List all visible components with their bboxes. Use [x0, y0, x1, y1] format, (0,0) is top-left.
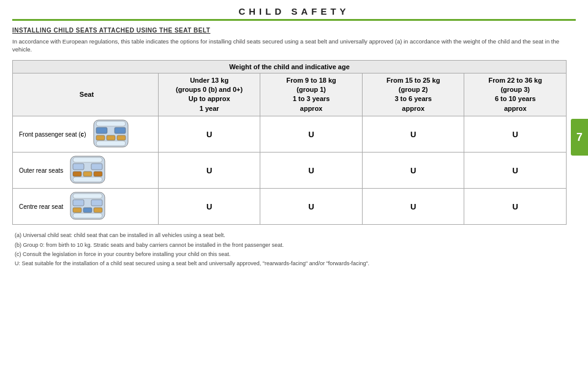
col-header-0: Under 13 kg (groups 0 (b) and 0+) Up to … [158, 73, 260, 116]
approval-value: U [308, 202, 314, 211]
approval-value: U [206, 130, 212, 139]
seat-value-cell: U [260, 116, 363, 153]
seat-value-cell: U [464, 189, 567, 225]
svg-rect-22 [83, 208, 92, 213]
seat-value-cell: U [260, 153, 363, 189]
svg-rect-10 [73, 177, 102, 182]
footnote-item: (a) Universal child seat: child seat tha… [15, 231, 567, 239]
svg-rect-11 [73, 164, 84, 170]
car-diagram [67, 191, 108, 222]
approval-value: U [513, 166, 518, 175]
table-row: Front passenger seat (c)UUUU [13, 116, 567, 153]
svg-rect-14 [83, 172, 92, 176]
svg-rect-4 [115, 127, 126, 134]
svg-rect-3 [96, 127, 107, 134]
intro-text: In accordance with European regulations,… [12, 37, 567, 54]
car-diagram [67, 155, 108, 186]
col-header-1: From 9 to 18 kg (group 1) 1 to 3 years a… [260, 73, 363, 116]
svg-rect-7 [117, 135, 126, 140]
seat-value-cell: U [362, 153, 464, 189]
car-diagram [90, 119, 132, 149]
seat-column-header: Seat [13, 73, 159, 116]
col-header-3: From 22 to 36 kg (group 3) 6 to 10 years… [464, 73, 567, 116]
seat-label: Outer rear seats [19, 167, 63, 174]
approval-value: U [513, 130, 518, 139]
approval-value: U [308, 130, 314, 139]
svg-rect-21 [73, 208, 81, 213]
section-title: INSTALLING CHILD SEATS ATTACHED USING TH… [12, 27, 567, 34]
col-header-2: From 15 to 25 kg (group 2) 3 to 6 years … [362, 73, 464, 116]
page-title: CHILD SAFETY [12, 0, 576, 21]
footnote-item: (c) Consult the legislation in force in … [15, 250, 567, 258]
child-seat-table: Weight of the child and indicative age S… [12, 60, 567, 225]
chapter-tab: 7 [571, 119, 588, 156]
seat-name-cell: Front passenger seat (c) [13, 116, 159, 153]
footnote-item: U: Seat suitable for the installation of… [15, 259, 567, 268]
seat-label: Centre rear seat [19, 203, 63, 210]
seat-value-cell: U [362, 116, 464, 153]
table-row: Centre rear seatUUUU [13, 189, 567, 225]
svg-rect-18 [73, 213, 102, 218]
footnotes: (a) Universal child seat: child seat tha… [12, 231, 567, 268]
svg-rect-1 [96, 121, 126, 126]
svg-rect-12 [91, 164, 102, 170]
seat-value-cell: U [362, 189, 464, 225]
svg-rect-20 [91, 200, 102, 206]
svg-rect-5 [96, 135, 105, 140]
seat-value-cell: U [158, 116, 260, 153]
svg-rect-23 [94, 208, 102, 213]
approval-value: U [206, 202, 212, 211]
footnote-item: (b) Group 0: from birth to 10 kg. Strati… [15, 241, 567, 249]
svg-rect-19 [73, 200, 84, 206]
svg-rect-15 [94, 172, 102, 176]
approval-value: U [308, 166, 314, 175]
seat-value-cell: U [158, 153, 260, 189]
approval-value: U [410, 130, 416, 139]
seat-label: Front passenger seat (c) [19, 131, 86, 138]
svg-rect-6 [107, 135, 115, 140]
seat-name-cell: Outer rear seats [13, 153, 159, 189]
svg-rect-17 [73, 194, 102, 198]
seat-value-cell: U [158, 189, 260, 225]
seat-value-cell: U [464, 116, 567, 153]
svg-rect-13 [73, 172, 81, 176]
seat-value-cell: U [260, 189, 363, 225]
approval-value: U [410, 202, 416, 211]
approval-value: U [410, 166, 416, 175]
svg-rect-2 [96, 141, 126, 146]
approval-value: U [206, 166, 212, 175]
table-main-header: Weight of the child and indicative age [13, 60, 567, 73]
table-row: Outer rear seatsUUUU [13, 153, 567, 189]
approval-value: U [513, 202, 518, 211]
seat-name-cell: Centre rear seat [13, 189, 159, 225]
seat-value-cell: U [464, 153, 567, 189]
svg-rect-9 [73, 157, 102, 162]
